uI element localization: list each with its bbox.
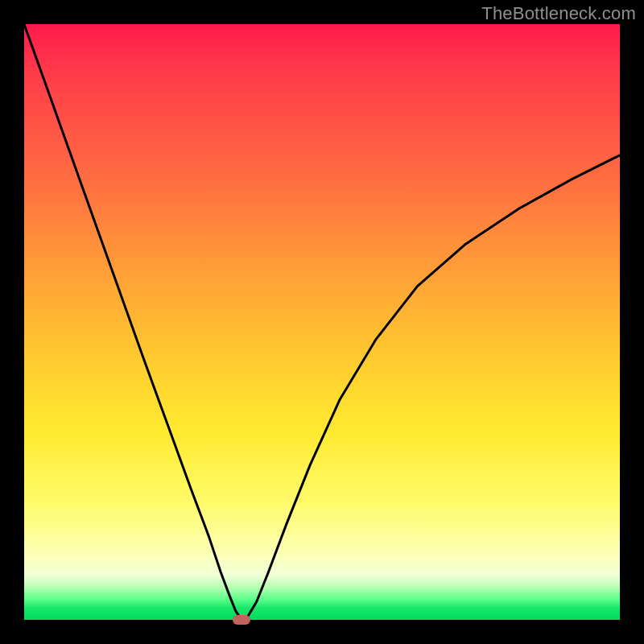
plot-area	[24, 24, 620, 620]
chart-frame: TheBottleneck.com	[0, 0, 644, 644]
bottleneck-curve	[24, 24, 620, 620]
optimum-marker	[233, 615, 250, 625]
watermark-text: TheBottleneck.com	[481, 3, 636, 24]
